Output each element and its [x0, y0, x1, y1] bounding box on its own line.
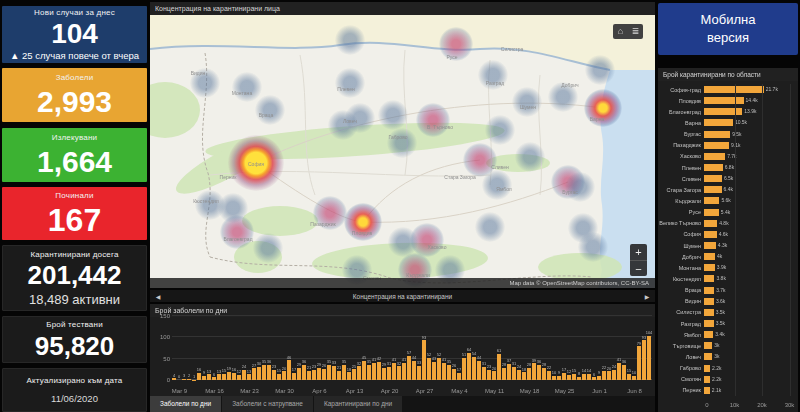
daily-bar[interactable]: 12 — [237, 375, 241, 380]
daily-bar[interactable]: 46 — [287, 360, 291, 380]
region-row[interactable]: Благоевград13.9k — [658, 106, 798, 117]
daily-bar[interactable]: 22 — [547, 371, 551, 380]
region-row[interactable]: Бургас9.5k — [658, 129, 798, 140]
daily-bar[interactable]: 52 — [427, 358, 431, 380]
zoom-in-button[interactable]: + — [630, 244, 647, 260]
daily-bar[interactable]: 35 — [342, 365, 346, 380]
daily-bar[interactable]: 54 — [472, 357, 476, 380]
daily-bar[interactable]: 4 — [172, 378, 176, 380]
daily-bar[interactable]: 36 — [622, 365, 626, 380]
region-row[interactable]: Плевен6.8k — [658, 162, 798, 173]
region-bar[interactable] — [704, 253, 715, 260]
daily-bar[interactable]: 64 — [467, 353, 471, 380]
daily-bar[interactable]: 15 — [627, 374, 631, 380]
carousel-next-icon[interactable]: ▶ — [639, 293, 655, 300]
region-bar[interactable] — [704, 175, 722, 182]
daily-bar[interactable]: 21 — [337, 371, 341, 380]
daily-bar[interactable]: 41 — [442, 363, 446, 380]
daily-bar[interactable]: 25 — [352, 369, 356, 380]
daily-bar[interactable]: 33 — [417, 366, 421, 380]
region-row[interactable]: Стара Загора6.4k — [658, 184, 798, 195]
daily-bar[interactable]: 20 — [607, 371, 611, 380]
region-row[interactable]: Разград3.5k — [658, 318, 798, 329]
daily-bar[interactable]: 20 — [282, 371, 286, 380]
region-bar[interactable] — [704, 365, 710, 372]
daily-bar[interactable]: 8 — [577, 377, 581, 380]
region-bar[interactable] — [704, 275, 714, 282]
daily-bar[interactable]: 45 — [362, 361, 366, 380]
zoom-out-button[interactable]: − — [630, 260, 647, 276]
daily-bar[interactable]: 23 — [312, 370, 316, 380]
daily-bar[interactable]: 33 — [332, 366, 336, 380]
daily-bar[interactable]: 57 — [407, 356, 411, 380]
region-row[interactable]: Пловдив14.4k — [658, 95, 798, 106]
daily-bar[interactable]: 104 — [647, 336, 651, 380]
daily-bar[interactable]: 26 — [322, 369, 326, 380]
daily-bar[interactable]: 2 — [187, 379, 191, 380]
daily-bar[interactable]: 13 — [247, 374, 251, 380]
daily-bar[interactable]: 36 — [537, 365, 541, 380]
tab-заболели-с-натрупване[interactable]: Заболели с натрупване — [222, 396, 313, 412]
region-row[interactable]: Велико Търново4.8k — [658, 218, 798, 229]
daily-bar[interactable]: 41 — [617, 363, 621, 380]
region-row[interactable]: Ловеч3k — [658, 351, 798, 362]
daily-bar[interactable]: 28 — [502, 368, 506, 380]
region-bar[interactable] — [704, 97, 744, 104]
daily-bar[interactable]: 9 — [597, 376, 601, 380]
daily-bar[interactable]: 18 — [522, 372, 526, 380]
daily-bar[interactable]: 19 — [227, 372, 231, 380]
daily-bar[interactable]: 24 — [612, 370, 616, 380]
region-row[interactable]: Сливен6.5k — [658, 173, 798, 184]
daily-bar[interactable]: 16 — [232, 373, 236, 380]
region-row[interactable]: Пазарджик9.1k — [658, 140, 798, 151]
region-row[interactable]: София4.6k — [658, 229, 798, 240]
daily-bar[interactable]: 39 — [532, 363, 536, 380]
daily-bar[interactable]: 28 — [527, 368, 531, 380]
daily-bar[interactable]: 9 — [202, 376, 206, 380]
daily-bar[interactable]: 35 — [262, 365, 266, 380]
daily-bar[interactable]: 31 — [387, 367, 391, 380]
daily-bar[interactable]: 29 — [382, 368, 386, 380]
daily-bar[interactable]: 27 — [252, 368, 256, 380]
daily-bar[interactable]: 41 — [402, 363, 406, 380]
daily-bar[interactable]: 42 — [377, 362, 381, 380]
daily-bar[interactable]: 22 — [602, 371, 606, 380]
region-row[interactable]: Монтана3.9k — [658, 262, 798, 273]
region-bar[interactable] — [704, 376, 710, 383]
daily-bar[interactable]: 15 — [277, 374, 281, 380]
tab-карантинирани-по-дни[interactable]: Карантинирани по дни — [314, 396, 402, 412]
quarantine-heatmap[interactable]: ВидинМонтанаВрацаПлевенЛовечГабровоВ. Тъ… — [150, 15, 655, 288]
daily-bar[interactable]: 23 — [487, 370, 491, 380]
region-bar[interactable] — [704, 197, 719, 204]
daily-bar[interactable]: 36 — [302, 365, 306, 380]
region-bar[interactable] — [704, 342, 712, 349]
daily-bar[interactable]: 10 — [632, 376, 636, 380]
daily-bar[interactable]: 61 — [497, 354, 501, 380]
region-row[interactable]: София-град21.7k — [658, 84, 798, 95]
region-bar[interactable] — [704, 142, 729, 149]
daily-bar[interactable]: 6 — [592, 377, 596, 380]
region-row[interactable]: Перник2.1k — [658, 385, 798, 396]
daily-bar[interactable]: 93 — [422, 340, 426, 380]
region-bar[interactable] — [704, 186, 722, 193]
carousel-prev-icon[interactable]: ◀ — [150, 293, 166, 300]
daily-bar[interactable]: 32 — [397, 366, 401, 380]
region-bar[interactable] — [704, 153, 725, 160]
daily-bar[interactable]: 10 — [552, 376, 556, 380]
daily-bar[interactable]: 24 — [242, 370, 246, 380]
daily-bar[interactable]: 24 — [517, 370, 521, 380]
region-row[interactable]: Кърджали5.6k — [658, 195, 798, 206]
region-bar[interactable] — [704, 119, 733, 126]
daily-bar[interactable]: 37 — [507, 364, 511, 380]
daily-bar[interactable]: 36 — [267, 365, 271, 380]
region-row[interactable]: Русе5.4k — [658, 207, 798, 218]
daily-bar[interactable]: 17 — [457, 373, 461, 380]
region-row[interactable]: Шумен4.3k — [658, 240, 798, 251]
region-row[interactable]: Ямбол3.4k — [658, 329, 798, 340]
daily-bar[interactable]: 15 — [222, 374, 226, 380]
daily-bar[interactable]: 43 — [432, 362, 436, 380]
daily-bar[interactable]: 26 — [452, 369, 456, 380]
daily-bar[interactable]: 28 — [542, 368, 546, 380]
daily-bar[interactable]: 35 — [447, 365, 451, 380]
daily-bar[interactable]: 16 — [197, 373, 201, 380]
